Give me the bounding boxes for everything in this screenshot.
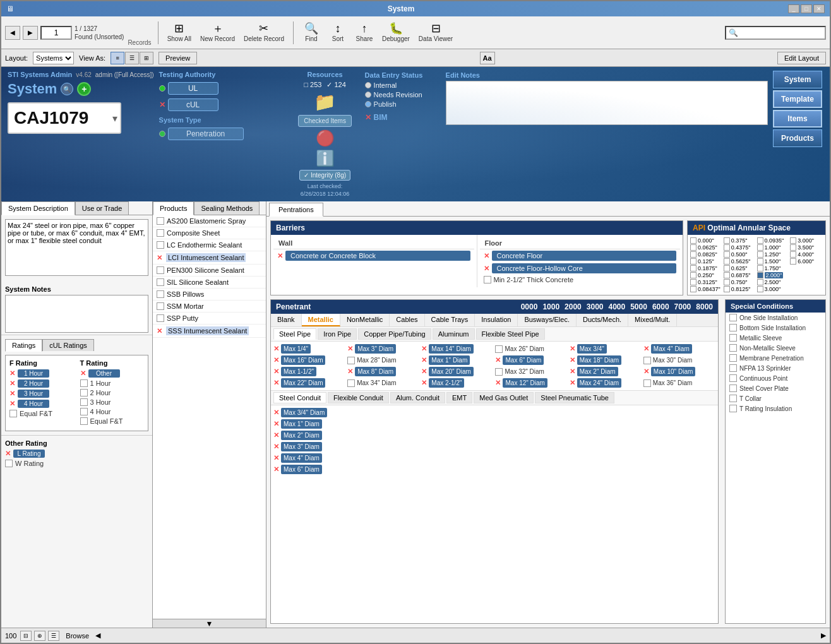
tab-system-description[interactable]: System Description xyxy=(1,201,75,215)
find-btn[interactable]: 🔍 Find xyxy=(300,21,323,44)
conduit-4-remove[interactable]: ✕ xyxy=(273,454,279,462)
restore-btn[interactable]: □ xyxy=(801,4,812,13)
pipe-3-4-remove[interactable]: ✕ xyxy=(570,345,575,353)
scroll-left-arrow[interactable]: ◀ xyxy=(95,631,100,640)
pipe-tab-steel[interactable]: Steel Pipe xyxy=(273,328,316,340)
view-form-btn[interactable]: ≡ xyxy=(111,52,124,64)
text-size-btn[interactable]: Aa xyxy=(480,52,495,64)
resource-ul-icon[interactable]: 🔴 xyxy=(316,129,335,147)
l-rating-remove[interactable]: ✕ xyxy=(5,450,11,458)
product-checkbox[interactable] xyxy=(157,290,164,298)
products-scroll-down[interactable]: ▼ xyxy=(153,619,266,628)
auth-ul-tag[interactable]: UL xyxy=(168,82,218,95)
pipe-14-diam-remove[interactable]: ✕ xyxy=(421,345,427,353)
conduit-6-remove[interactable]: ✕ xyxy=(273,465,279,474)
product-list-item[interactable]: SSM Mortar xyxy=(153,301,266,313)
minimize-btn[interactable]: _ xyxy=(788,4,799,13)
pipe-10-diam-remove[interactable]: ✕ xyxy=(643,367,649,376)
bottom-icon-1[interactable]: ⊟ xyxy=(20,631,32,641)
pipe-2-1-2-remove[interactable]: ✕ xyxy=(421,379,427,387)
tab-cul-ratings[interactable]: cUL Ratings xyxy=(42,339,94,351)
tab-products[interactable]: Products xyxy=(153,201,194,215)
product-list-item[interactable]: SSB Pillows xyxy=(153,289,266,301)
conduit-2-remove[interactable]: ✕ xyxy=(273,431,279,439)
de-needs-revision-radio[interactable] xyxy=(365,92,371,98)
f-equalft-check[interactable] xyxy=(9,410,17,417)
bim-label[interactable]: BIM xyxy=(374,113,388,122)
delete-record-btn[interactable]: ✂ Delete Record xyxy=(241,21,287,44)
pen-tab-insulation[interactable]: Insulation xyxy=(475,314,518,326)
f-2hour-tag[interactable]: 2 Hour xyxy=(18,379,49,388)
bottom-icon-3[interactable]: ☰ xyxy=(48,631,59,641)
pipe-tab-aluminum[interactable]: Aluminum xyxy=(433,328,475,340)
pipe-12-diam-remove[interactable]: ✕ xyxy=(495,379,501,387)
product-checkbox[interactable] xyxy=(157,217,164,225)
pen-tab-nonmetallic[interactable]: NonMetallic xyxy=(340,314,390,326)
l-rating-tag[interactable]: L Rating xyxy=(13,450,45,458)
pipe-22-diam-remove[interactable]: ✕ xyxy=(273,379,279,387)
tab-use-trade[interactable]: Use or Trade xyxy=(75,201,129,215)
wall-concrete-remove[interactable]: ✕ xyxy=(277,252,283,260)
f-4hour-remove[interactable]: ✕ xyxy=(9,400,15,408)
w-rating-check[interactable] xyxy=(5,460,13,467)
f-2hour-remove[interactable]: ✕ xyxy=(9,379,15,388)
t-other-tag[interactable]: Other xyxy=(88,369,120,378)
new-record-btn[interactable]: ＋ New Record xyxy=(198,21,237,44)
data-viewer-btn[interactable]: ⊟ Data Viewer xyxy=(416,21,455,44)
pen-tab-busways[interactable]: Busways/Elec. xyxy=(518,314,577,326)
pipe-tab-iron[interactable]: Iron Pipe xyxy=(318,328,357,340)
product-remove-btn[interactable]: ✕ xyxy=(157,327,162,335)
tab-pentrations[interactable]: Pentrations xyxy=(269,203,323,217)
conduit-3-4-remove[interactable]: ✕ xyxy=(273,408,279,417)
product-checkbox[interactable] xyxy=(157,229,164,237)
f-3hour-tag[interactable]: 3 Hour xyxy=(18,390,49,398)
conduit-3-remove[interactable]: ✕ xyxy=(273,443,279,451)
pipe-1-1-2-remove[interactable]: ✕ xyxy=(273,367,279,376)
tab-sealing-methods[interactable]: Sealing Methods xyxy=(194,201,260,215)
product-list-item[interactable]: SIL Silicone Sealant xyxy=(153,277,266,289)
conduit-tab-pneumatic[interactable]: Steel Pneumatic Tube xyxy=(535,392,614,403)
system-search-btn[interactable]: 🔍 xyxy=(61,83,73,95)
product-list-item[interactable]: Composite Sheet xyxy=(153,227,266,239)
product-list-item[interactable]: AS200 Elastomeric Spray xyxy=(153,215,266,227)
product-checkbox[interactable] xyxy=(157,302,164,310)
sort-btn[interactable]: ↕ Sort xyxy=(326,21,349,44)
t-2hour-check[interactable] xyxy=(80,389,88,397)
conduit-tab-medgas[interactable]: Med Gas Outlet xyxy=(474,392,534,403)
system-description-textarea[interactable]: Max 24" steel or iron pipe, max 6" coppe… xyxy=(5,219,148,276)
tab-ratings[interactable]: Ratings xyxy=(5,339,42,352)
floor-hollow-remove[interactable]: ✕ xyxy=(484,265,489,273)
floor-thick-check[interactable] xyxy=(484,276,491,283)
layout-select[interactable]: Systems xyxy=(33,52,74,64)
conduit-tab-alum[interactable]: Alum. Conduit xyxy=(390,392,445,403)
wall-concrete-tag[interactable]: Concrete or Concrete Block xyxy=(285,251,470,261)
product-remove-btn[interactable]: ✕ xyxy=(157,254,162,262)
view-table-btn[interactable]: ⊞ xyxy=(140,52,153,64)
checked-items-btn[interactable]: Checked Items xyxy=(298,115,352,127)
floor-concrete-tag[interactable]: Concrete Floor xyxy=(492,251,677,261)
floor-concrete-remove[interactable]: ✕ xyxy=(484,252,489,260)
pen-tab-ducts[interactable]: Ducts/Mech. xyxy=(577,314,628,326)
conduit-tab-steel[interactable]: Steel Conduit xyxy=(273,392,326,403)
conduit-tab-emt[interactable]: EMT xyxy=(446,392,472,403)
pipe-18-diam-remove[interactable]: ✕ xyxy=(570,356,575,364)
t-4hour-check[interactable] xyxy=(80,408,88,415)
product-list-item[interactable]: PEN300 Silicone Sealant xyxy=(153,265,266,277)
show-all-btn[interactable]: ⊞ Show All xyxy=(165,21,194,44)
de-publish-radio[interactable] xyxy=(365,101,371,107)
pipe-tab-copper[interactable]: Copper Pipe/Tubing xyxy=(358,328,431,340)
system-notes-textarea[interactable] xyxy=(5,295,148,333)
f-1hour-remove[interactable]: ✕ xyxy=(9,369,15,378)
pen-tab-cables[interactable]: Cables xyxy=(390,314,424,326)
product-checkbox[interactable] xyxy=(157,278,164,286)
f-1hour-tag[interactable]: 1 Hour xyxy=(18,369,49,378)
pen-tab-cable-trays[interactable]: Cable Trays xyxy=(425,314,475,326)
bottom-icon-2[interactable]: ⊕ xyxy=(34,631,45,641)
product-checkbox[interactable] xyxy=(157,266,164,274)
product-list-item[interactable]: LC Endothermic Sealant xyxy=(153,239,266,251)
pen-tab-blank[interactable]: Blank xyxy=(271,314,302,326)
pipe-3-diam-remove[interactable]: ✕ xyxy=(347,345,353,353)
t-equalft-check[interactable] xyxy=(80,417,88,425)
product-checkbox[interactable] xyxy=(157,241,164,249)
t-3hour-check[interactable] xyxy=(80,398,88,406)
